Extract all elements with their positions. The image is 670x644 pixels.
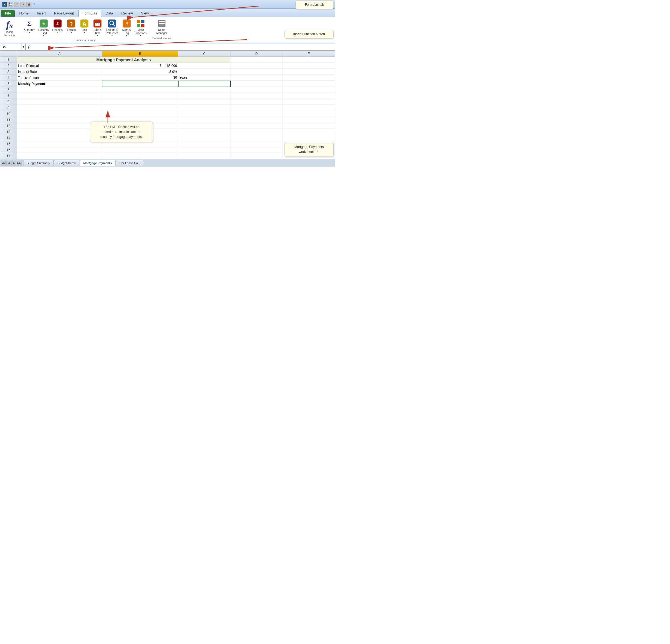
tab-view[interactable]: View	[137, 10, 152, 17]
cell-D15[interactable]	[230, 141, 283, 147]
autosum-button[interactable]: Σ AutoSum ▼	[23, 18, 36, 34]
row-header-13[interactable]: 13	[0, 129, 17, 135]
cell-A5[interactable]: Monthly Payment	[17, 81, 102, 87]
tab-page-layout[interactable]: Page Layout	[50, 10, 78, 17]
row-header-12[interactable]: 12	[0, 123, 17, 129]
cell-D5[interactable]	[230, 81, 283, 87]
name-box-dropdown[interactable]: ▼	[22, 43, 26, 50]
formula-fx-button[interactable]: fx	[26, 43, 33, 50]
more-functions-dropdown-arrow[interactable]: ▼	[139, 35, 142, 37]
cell-C14[interactable]	[178, 135, 230, 141]
logical-button[interactable]: ? Logical ▼	[65, 18, 77, 34]
cell-B16[interactable]	[102, 147, 178, 153]
cell-B5[interactable]	[102, 81, 178, 87]
cell-A16[interactable]	[17, 147, 102, 153]
row-header-16[interactable]: 16	[0, 147, 17, 153]
cell-A12[interactable]	[17, 123, 102, 129]
sheet-nav-next[interactable]: ▶	[12, 161, 16, 166]
cell-E2[interactable]	[283, 63, 335, 69]
sheet-nav-prev[interactable]: ◀	[6, 161, 11, 166]
sheet-nav-first[interactable]: ◀◀	[1, 161, 6, 166]
date-time-button[interactable]: 12 Date &Time ▼	[92, 18, 104, 37]
tab-data[interactable]: Data	[102, 10, 117, 17]
cell-D11[interactable]	[230, 117, 283, 123]
cell-E9[interactable]	[283, 105, 335, 111]
cell-E11[interactable]	[283, 117, 335, 123]
quick-access-more[interactable]: ▼	[33, 3, 36, 6]
tab-budget-summary[interactable]: Budget Summary	[23, 160, 54, 166]
cell-A10[interactable]	[17, 111, 102, 117]
cell-A13[interactable]	[17, 129, 102, 135]
save-icon[interactable]: 💾	[8, 2, 13, 7]
recently-used-button[interactable]: ★ RecentlyUsed ▼	[37, 18, 50, 37]
cell-C17[interactable]	[178, 153, 230, 159]
cell-A6[interactable]	[17, 87, 102, 93]
row-header-17[interactable]: 17	[0, 153, 17, 159]
logical-dropdown-arrow[interactable]: ▼	[70, 31, 72, 34]
cell-E5[interactable]	[283, 81, 335, 87]
cell-D3[interactable]	[230, 69, 283, 75]
row-header-1[interactable]: 1	[0, 57, 17, 63]
cell-A9[interactable]	[17, 105, 102, 111]
cell-C3[interactable]	[178, 69, 230, 75]
row-header-7[interactable]: 7	[0, 93, 17, 99]
date-time-dropdown-arrow[interactable]: ▼	[96, 35, 98, 37]
cell-D14[interactable]	[230, 135, 283, 141]
tab-file[interactable]: File	[1, 10, 15, 17]
cell-C5[interactable]	[178, 81, 230, 87]
row-header-14[interactable]: 14	[0, 135, 17, 141]
cell-D2[interactable]	[230, 63, 283, 69]
insert-function-button[interactable]: fx InsertFunction	[2, 18, 18, 38]
cell-E1[interactable]	[283, 57, 335, 63]
cell-B2[interactable]: $ 165,000	[102, 63, 178, 69]
math-trig-dropdown-arrow[interactable]: ▼	[125, 35, 128, 37]
cell-C12[interactable]	[178, 123, 230, 129]
cell-C16[interactable]	[178, 147, 230, 153]
cell-A7[interactable]	[17, 93, 102, 99]
math-trig-button[interactable]: θ Math &Trig ▼	[121, 18, 133, 37]
row-header-5[interactable]: 5	[0, 81, 17, 87]
cell-B6[interactable]	[102, 87, 178, 93]
cell-D6[interactable]	[230, 87, 283, 93]
row-header-4[interactable]: 4	[0, 75, 17, 81]
row-header-15[interactable]: 15	[0, 141, 17, 147]
financial-dropdown-arrow[interactable]: ▼	[56, 31, 59, 34]
row-header-11[interactable]: 11	[0, 117, 17, 123]
redo-icon[interactable]: ↪	[20, 2, 25, 7]
cell-D12[interactable]	[230, 123, 283, 129]
row-header-6[interactable]: 6	[0, 87, 17, 93]
cell-A4[interactable]: Terms of Loan	[17, 75, 102, 81]
cell-C2[interactable]	[178, 63, 230, 69]
cell-E8[interactable]	[283, 99, 335, 105]
cell-A3[interactable]: Interest Rate	[17, 69, 102, 75]
tab-review[interactable]: Review	[117, 10, 137, 17]
undo-icon[interactable]: ↩	[14, 2, 19, 7]
more-functions-button[interactable]: MoreFunctions ▼	[134, 18, 148, 37]
cell-B3[interactable]: 5.0%	[102, 69, 178, 75]
cell-D1[interactable]	[230, 57, 283, 63]
cell-D9[interactable]	[230, 105, 283, 111]
cell-A14[interactable]	[17, 135, 102, 141]
cell-B9[interactable]	[102, 105, 178, 111]
cell-C11[interactable]	[178, 117, 230, 123]
tab-car-lease[interactable]: Car Lease Pa...	[116, 160, 144, 166]
formula-input[interactable]	[33, 43, 335, 50]
cell-E4[interactable]	[283, 75, 335, 81]
row-header-8[interactable]: 8	[0, 99, 17, 105]
cell-D16[interactable]	[230, 147, 283, 153]
text-function-button[interactable]: A Text ▼	[78, 18, 90, 34]
tab-formulas[interactable]: Formulas	[78, 10, 101, 17]
sheet-nav-last[interactable]: ▶▶	[17, 161, 22, 166]
cell-A15[interactable]	[17, 141, 102, 147]
cell-B4[interactable]: 30	[102, 75, 178, 81]
cell-E6[interactable]	[283, 87, 335, 93]
recently-used-dropdown-arrow[interactable]: ▼	[43, 35, 45, 37]
name-box[interactable]: B5	[0, 43, 22, 50]
cell-E14[interactable]	[283, 135, 335, 141]
cell-B17[interactable]	[102, 153, 178, 159]
cell-D7[interactable]	[230, 93, 283, 99]
print-icon[interactable]: 🖨	[26, 2, 31, 7]
tab-home[interactable]: Home	[15, 10, 32, 17]
col-header-D[interactable]: D	[230, 51, 283, 57]
cell-D10[interactable]	[230, 111, 283, 117]
